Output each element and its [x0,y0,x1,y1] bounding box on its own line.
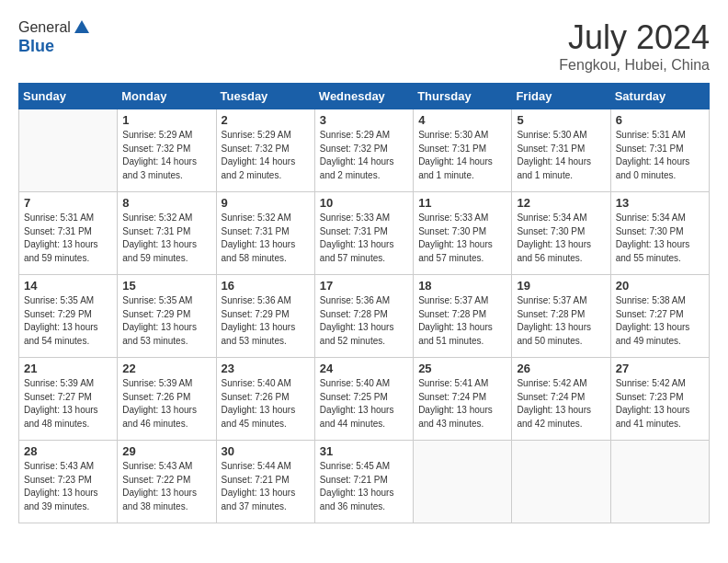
col-header-sunday: Sunday [19,84,118,109]
day-number: 8 [122,196,210,210]
day-number: 2 [222,113,310,127]
day-cell: 10Sunrise: 5:33 AM Sunset: 7:31 PM Dayli… [314,192,413,275]
day-info: Sunrise: 5:43 AM Sunset: 7:22 PM Dayligh… [122,460,210,513]
day-number: 30 [222,444,310,458]
logo-icon [73,18,91,37]
day-cell: 29Sunrise: 5:43 AM Sunset: 7:22 PM Dayli… [118,441,216,523]
logo-blue: Blue [18,37,91,56]
day-number: 16 [222,279,310,293]
day-info: Sunrise: 5:31 AM Sunset: 7:31 PM Dayligh… [24,212,112,265]
day-number: 19 [517,279,605,293]
day-info: Sunrise: 5:41 AM Sunset: 7:24 PM Dayligh… [418,377,506,431]
day-cell: 4Sunrise: 5:30 AM Sunset: 7:31 PM Daylig… [414,109,512,192]
day-info: Sunrise: 5:31 AM Sunset: 7:31 PM Dayligh… [616,129,704,182]
day-cell: 11Sunrise: 5:33 AM Sunset: 7:30 PM Dayli… [414,192,512,275]
day-info: Sunrise: 5:29 AM Sunset: 7:32 PM Dayligh… [320,129,408,182]
day-number: 28 [24,444,112,458]
week-row-2: 7Sunrise: 5:31 AM Sunset: 7:31 PM Daylig… [19,192,710,275]
day-cell [512,441,610,523]
day-number: 18 [418,279,506,293]
day-info: Sunrise: 5:42 AM Sunset: 7:23 PM Dayligh… [616,377,704,431]
col-header-monday: Monday [118,84,216,109]
day-cell: 23Sunrise: 5:40 AM Sunset: 7:26 PM Dayli… [216,358,314,441]
day-number: 24 [320,362,408,375]
day-number: 17 [320,279,408,293]
month-title: July 2024 [559,18,710,57]
day-cell: 5Sunrise: 5:30 AM Sunset: 7:31 PM Daylig… [512,109,610,192]
page-header: General Blue July 2024 Fengkou, Hubei, C… [18,18,710,74]
day-info: Sunrise: 5:32 AM Sunset: 7:31 PM Dayligh… [122,212,210,265]
day-info: Sunrise: 5:36 AM Sunset: 7:29 PM Dayligh… [222,294,310,348]
day-info: Sunrise: 5:34 AM Sunset: 7:30 PM Dayligh… [616,212,704,265]
day-cell: 7Sunrise: 5:31 AM Sunset: 7:31 PM Daylig… [19,192,118,275]
day-number: 4 [418,113,506,127]
day-info: Sunrise: 5:30 AM Sunset: 7:31 PM Dayligh… [517,129,605,182]
day-cell: 3Sunrise: 5:29 AM Sunset: 7:32 PM Daylig… [314,109,413,192]
day-number: 31 [320,444,408,458]
day-info: Sunrise: 5:39 AM Sunset: 7:26 PM Dayligh… [122,377,210,431]
day-number: 15 [122,279,210,293]
day-number: 29 [122,444,210,458]
day-info: Sunrise: 5:34 AM Sunset: 7:30 PM Dayligh… [517,212,605,265]
day-number: 3 [320,113,408,127]
col-header-friday: Friday [512,84,610,109]
day-cell [19,109,118,192]
location: Fengkou, Hubei, China [559,57,710,74]
day-info: Sunrise: 5:42 AM Sunset: 7:24 PM Dayligh… [517,377,605,431]
day-info: Sunrise: 5:33 AM Sunset: 7:30 PM Dayligh… [418,212,506,265]
day-cell [610,441,709,523]
logo: General Blue [18,18,91,56]
day-cell: 15Sunrise: 5:35 AM Sunset: 7:29 PM Dayli… [118,275,216,358]
day-cell: 31Sunrise: 5:45 AM Sunset: 7:21 PM Dayli… [314,441,413,523]
day-cell: 12Sunrise: 5:34 AM Sunset: 7:30 PM Dayli… [512,192,610,275]
day-cell: 24Sunrise: 5:40 AM Sunset: 7:25 PM Dayli… [314,358,413,441]
day-cell: 16Sunrise: 5:36 AM Sunset: 7:29 PM Dayli… [216,275,314,358]
day-number: 26 [517,362,605,375]
day-cell: 28Sunrise: 5:43 AM Sunset: 7:23 PM Dayli… [19,441,118,523]
day-cell: 6Sunrise: 5:31 AM Sunset: 7:31 PM Daylig… [610,109,709,192]
day-info: Sunrise: 5:29 AM Sunset: 7:32 PM Dayligh… [122,129,210,182]
day-info: Sunrise: 5:40 AM Sunset: 7:25 PM Dayligh… [320,377,408,431]
day-cell: 27Sunrise: 5:42 AM Sunset: 7:23 PM Dayli… [610,358,709,441]
day-cell: 20Sunrise: 5:38 AM Sunset: 7:27 PM Dayli… [610,275,709,358]
day-cell: 9Sunrise: 5:32 AM Sunset: 7:31 PM Daylig… [216,192,314,275]
day-cell: 17Sunrise: 5:36 AM Sunset: 7:28 PM Dayli… [314,275,413,358]
calendar-table: SundayMondayTuesdayWednesdayThursdayFrid… [18,83,710,523]
day-number: 12 [517,196,605,210]
day-info: Sunrise: 5:43 AM Sunset: 7:23 PM Dayligh… [24,460,112,513]
day-info: Sunrise: 5:29 AM Sunset: 7:32 PM Dayligh… [222,129,310,182]
day-cell: 2Sunrise: 5:29 AM Sunset: 7:32 PM Daylig… [216,109,314,192]
day-info: Sunrise: 5:36 AM Sunset: 7:28 PM Dayligh… [320,294,408,348]
day-info: Sunrise: 5:35 AM Sunset: 7:29 PM Dayligh… [122,294,210,348]
day-cell: 19Sunrise: 5:37 AM Sunset: 7:28 PM Dayli… [512,275,610,358]
col-header-tuesday: Tuesday [216,84,314,109]
day-info: Sunrise: 5:37 AM Sunset: 7:28 PM Dayligh… [517,294,605,348]
day-info: Sunrise: 5:38 AM Sunset: 7:27 PM Dayligh… [616,294,704,348]
day-cell: 8Sunrise: 5:32 AM Sunset: 7:31 PM Daylig… [118,192,216,275]
day-cell [414,441,512,523]
day-number: 11 [418,196,506,210]
title-block: July 2024 Fengkou, Hubei, China [559,18,710,74]
day-cell: 25Sunrise: 5:41 AM Sunset: 7:24 PM Dayli… [414,358,512,441]
day-info: Sunrise: 5:45 AM Sunset: 7:21 PM Dayligh… [320,460,408,513]
col-header-wednesday: Wednesday [314,84,413,109]
day-cell: 18Sunrise: 5:37 AM Sunset: 7:28 PM Dayli… [414,275,512,358]
day-number: 23 [222,362,310,375]
day-cell: 13Sunrise: 5:34 AM Sunset: 7:30 PM Dayli… [610,192,709,275]
day-info: Sunrise: 5:33 AM Sunset: 7:31 PM Dayligh… [320,212,408,265]
day-number: 13 [616,196,704,210]
col-header-saturday: Saturday [610,84,709,109]
col-header-thursday: Thursday [414,84,512,109]
day-number: 9 [222,196,310,210]
day-number: 6 [616,113,704,127]
day-cell: 22Sunrise: 5:39 AM Sunset: 7:26 PM Dayli… [118,358,216,441]
day-cell: 14Sunrise: 5:35 AM Sunset: 7:29 PM Dayli… [19,275,118,358]
week-row-1: 1Sunrise: 5:29 AM Sunset: 7:32 PM Daylig… [19,109,710,192]
week-row-4: 21Sunrise: 5:39 AM Sunset: 7:27 PM Dayli… [19,358,710,441]
day-cell: 30Sunrise: 5:44 AM Sunset: 7:21 PM Dayli… [216,441,314,523]
svg-marker-0 [74,20,89,33]
day-cell: 21Sunrise: 5:39 AM Sunset: 7:27 PM Dayli… [19,358,118,441]
day-number: 1 [122,113,210,127]
header-row: SundayMondayTuesdayWednesdayThursdayFrid… [19,84,710,109]
day-info: Sunrise: 5:30 AM Sunset: 7:31 PM Dayligh… [418,129,506,182]
